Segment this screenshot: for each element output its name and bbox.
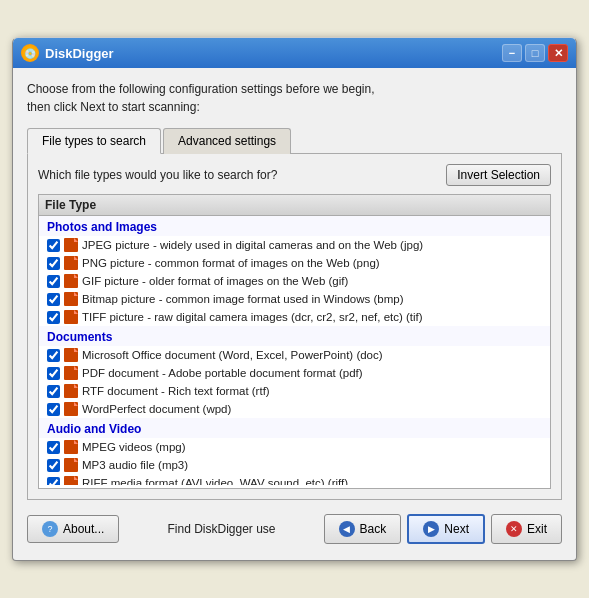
- category-audio-video: Audio and Video: [39, 418, 550, 438]
- file-icon: [64, 476, 78, 485]
- file-icon: [64, 256, 78, 270]
- file-label: MPEG videos (mpg): [82, 441, 186, 453]
- file-label: PDF document - Adobe portable document f…: [82, 367, 363, 379]
- footer: ? About... Find DiskDigger use ◀ Back ▶ …: [27, 510, 562, 548]
- footer-center: Find DiskDigger use: [167, 522, 275, 536]
- about-button[interactable]: ? About...: [27, 515, 119, 543]
- tab-advanced-settings[interactable]: Advanced settings: [163, 128, 291, 154]
- tab-content-file-types: Which file types would you like to searc…: [27, 153, 562, 500]
- file-checkbox-rtf[interactable]: [47, 385, 60, 398]
- file-checkbox-tiff[interactable]: [47, 311, 60, 324]
- intro-line2: then click Next to start scanning:: [27, 98, 562, 116]
- list-item: RIFF media format (AVI video, WAV sound,…: [39, 474, 550, 485]
- file-label: MP3 audio file (mp3): [82, 459, 188, 471]
- file-checkbox-wpd[interactable]: [47, 403, 60, 416]
- file-label: RIFF media format (AVI video, WAV sound,…: [82, 477, 348, 485]
- file-checkbox-jpeg[interactable]: [47, 239, 60, 252]
- file-label: JPEG picture - widely used in digital ca…: [82, 239, 423, 251]
- file-checkbox-riff[interactable]: [47, 477, 60, 486]
- category-photos: Photos and Images: [39, 216, 550, 236]
- window-title: DiskDigger: [45, 46, 114, 61]
- footer-right-buttons: ◀ Back ▶ Next ✕ Exit: [324, 514, 562, 544]
- file-icon: [64, 402, 78, 416]
- file-icon: [64, 348, 78, 362]
- exit-icon: ✕: [506, 521, 522, 537]
- back-button[interactable]: ◀ Back: [324, 514, 402, 544]
- list-item: MP3 audio file (mp3): [39, 456, 550, 474]
- tab-header: Which file types would you like to searc…: [38, 164, 551, 186]
- file-label: PNG picture - common format of images on…: [82, 257, 380, 269]
- list-item: RTF document - Rich text format (rtf): [39, 382, 550, 400]
- question-icon: ?: [42, 521, 58, 537]
- next-button[interactable]: ▶ Next: [407, 514, 485, 544]
- file-icon: [64, 440, 78, 454]
- list-item: Microsoft Office document (Word, Excel, …: [39, 346, 550, 364]
- title-controls: − □ ✕: [502, 44, 568, 62]
- tab-question: Which file types would you like to searc…: [38, 168, 277, 182]
- invert-selection-button[interactable]: Invert Selection: [446, 164, 551, 186]
- close-button[interactable]: ✕: [548, 44, 568, 62]
- file-list-scroll[interactable]: Photos and Images JPEG picture - widely …: [39, 216, 550, 485]
- file-checkbox-mpg[interactable]: [47, 441, 60, 454]
- list-item: GIF picture - older format of images on …: [39, 272, 550, 290]
- file-checkbox-png[interactable]: [47, 257, 60, 270]
- file-icon: [64, 274, 78, 288]
- title-bar: 💿 DiskDigger − □ ✕: [13, 38, 576, 68]
- main-window: 💿 DiskDigger − □ ✕ Choose from the follo…: [12, 37, 577, 561]
- file-label: WordPerfect document (wpd): [82, 403, 231, 415]
- file-icon: [64, 458, 78, 472]
- file-icon: [64, 366, 78, 380]
- app-icon: 💿: [21, 44, 39, 62]
- back-icon: ◀: [339, 521, 355, 537]
- list-item: PNG picture - common format of images on…: [39, 254, 550, 272]
- window-body: Choose from the following configuration …: [13, 68, 576, 560]
- file-list-container: File Type Photos and Images JPEG picture…: [38, 194, 551, 489]
- file-label: GIF picture - older format of images on …: [82, 275, 348, 287]
- file-checkbox-gif[interactable]: [47, 275, 60, 288]
- file-label: Bitmap picture - common image format use…: [82, 293, 403, 305]
- tab-file-types[interactable]: File types to search: [27, 128, 161, 154]
- file-icon: [64, 384, 78, 398]
- next-icon: ▶: [423, 521, 439, 537]
- intro-line1: Choose from the following configuration …: [27, 80, 562, 98]
- intro-text: Choose from the following configuration …: [27, 80, 562, 116]
- list-item: PDF document - Adobe portable document f…: [39, 364, 550, 382]
- file-label: Microsoft Office document (Word, Excel, …: [82, 349, 383, 361]
- footer-left: ? About...: [27, 515, 119, 543]
- find-diskdigger-text: Find DiskDigger use: [167, 522, 275, 536]
- file-list-header: File Type: [39, 195, 550, 216]
- minimize-button[interactable]: −: [502, 44, 522, 62]
- file-checkbox-mp3[interactable]: [47, 459, 60, 472]
- file-label: TIFF picture - raw digital camera images…: [82, 311, 423, 323]
- tabs: File types to search Advanced settings: [27, 128, 562, 154]
- file-icon: [64, 310, 78, 324]
- list-item: Bitmap picture - common image format use…: [39, 290, 550, 308]
- maximize-button[interactable]: □: [525, 44, 545, 62]
- file-checkbox-bmp[interactable]: [47, 293, 60, 306]
- file-icon: [64, 238, 78, 252]
- file-icon: [64, 292, 78, 306]
- category-documents: Documents: [39, 326, 550, 346]
- list-item: WordPerfect document (wpd): [39, 400, 550, 418]
- list-item: MPEG videos (mpg): [39, 438, 550, 456]
- list-item: TIFF picture - raw digital camera images…: [39, 308, 550, 326]
- file-checkbox-doc[interactable]: [47, 349, 60, 362]
- list-item: JPEG picture - widely used in digital ca…: [39, 236, 550, 254]
- title-bar-left: 💿 DiskDigger: [21, 44, 114, 62]
- file-label: RTF document - Rich text format (rtf): [82, 385, 270, 397]
- exit-button[interactable]: ✕ Exit: [491, 514, 562, 544]
- file-checkbox-pdf[interactable]: [47, 367, 60, 380]
